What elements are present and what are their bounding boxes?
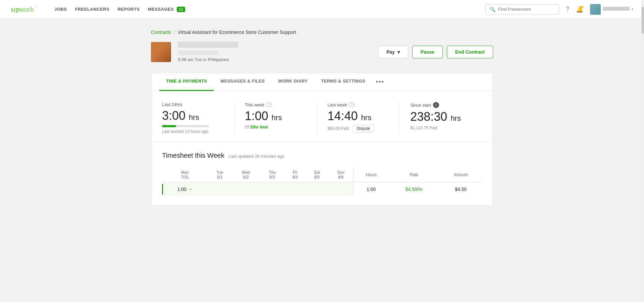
search-box[interactable]: 🔍	[485, 4, 559, 14]
th-wed: Wed 8/2	[232, 167, 260, 183]
notification-dot	[581, 6, 583, 8]
stat-sincestart-label: Since start i	[410, 102, 471, 108]
search-input[interactable]	[498, 7, 555, 12]
nav-links: JOBS FREELANCERS REPORTS MESSAGES 13	[54, 7, 185, 12]
navbar: up work ™ JOBS FREELANCERS REPORTS MESSA…	[0, 0, 644, 19]
main-content: Contracts / Virtual Assistant for Ecomme…	[144, 19, 500, 216]
chevron-down-icon: ▾	[632, 7, 633, 11]
th-fri: Fri 8/4	[284, 167, 306, 183]
nav-messages[interactable]: MESSAGES 13	[148, 7, 185, 12]
stat-lastweek-sub: $66.00 Paid Dispute	[328, 125, 389, 132]
tab-terms-settings[interactable]: TERMS & SETTINGS	[314, 73, 372, 91]
contractor-info: 5:08 am Tue in Philippines	[178, 42, 371, 62]
fri-cell[interactable]	[284, 182, 306, 196]
help-icon[interactable]: ?	[566, 6, 569, 13]
wed-cell[interactable]	[232, 182, 260, 196]
active-day-bar	[162, 184, 163, 195]
end-contract-button[interactable]: End Contract	[447, 46, 493, 58]
info-icon[interactable]: i	[433, 102, 439, 108]
pay-button[interactable]: Pay ▾	[378, 46, 408, 58]
user-nav[interactable]: ▾	[590, 4, 633, 15]
thu-cell[interactable]	[260, 182, 285, 196]
th-thu: Thu 8/3	[260, 167, 285, 183]
tabs-bar: TIME & PAYMENTS MESSAGES & FILES WORK DI…	[151, 73, 493, 91]
contract-actions: Pay ▾ Pause End Contract	[378, 46, 493, 58]
timesheet-title: Timesheet this Week	[162, 152, 224, 159]
question-icon[interactable]: ?	[266, 102, 272, 107]
breadcrumb-current: Virtual Assistant for Ecommerce Store Cu…	[178, 30, 296, 35]
scrollbar-thumb[interactable]	[642, 7, 644, 34]
stat-thisweek-label: This week ?	[245, 102, 306, 107]
day-headers-row: Mon 7/31 Tue 8/1 Wed 8/2 Thu	[162, 167, 482, 183]
svg-text:™: ™	[35, 5, 37, 7]
stats-section: Last 24hrs 3:00 hrs Last worked 13 hours…	[151, 91, 493, 142]
timesheet-section: Timesheet this Week Last updated 26 minu…	[151, 142, 493, 205]
sun-cell[interactable]	[328, 182, 354, 196]
nav-freelancers[interactable]: FREELANCERS	[75, 7, 109, 12]
th-amount: Amount	[439, 167, 482, 183]
contractor-name-blur	[178, 42, 238, 48]
th-mon: Mon 7/31	[162, 167, 208, 183]
search-icon: 🔍	[490, 7, 495, 12]
tabs-more[interactable]: •••	[372, 73, 388, 91]
rate-cell: $4.50/hr	[388, 182, 439, 196]
breadcrumb-contracts-link[interactable]: Contracts	[151, 30, 171, 35]
contractor-timezone: 5:08 am Tue in Philippines	[178, 57, 371, 62]
stat-thisweek-value: 1:00 hrs	[245, 109, 306, 123]
breadcrumb-separator: /	[174, 30, 175, 35]
stat-sincestart-sub: $1,113.75 Paid	[410, 125, 471, 130]
nav-reports[interactable]: REPORTS	[117, 7, 140, 12]
timesheet-header: Timesheet this Week Last updated 26 minu…	[162, 152, 482, 159]
th-sat: Sat 8/5	[306, 167, 328, 183]
scrollbar[interactable]	[641, 0, 644, 216]
th-hours: Hours	[354, 167, 389, 183]
stat-lastweek-value: 14:40 hrs	[328, 109, 389, 123]
stat-last24-value: 3:00 hrs	[162, 109, 223, 122]
chevron-down-icon: ▾	[397, 49, 400, 55]
pencil-icon: ✏	[189, 187, 193, 192]
amount-cell: $4.50	[439, 182, 482, 196]
messages-badge: 13	[177, 7, 185, 12]
stat-sincestart-value: 238:30 hrs	[410, 110, 471, 123]
tab-time-payments[interactable]: TIME & PAYMENTS	[159, 73, 214, 91]
stat-last24-label: Last 24hrs	[162, 102, 223, 107]
tab-messages-files[interactable]: MESSAGES & FILES	[214, 73, 271, 91]
stat-lastweek-label: Last week ?	[328, 102, 389, 107]
mon-cell[interactable]: 1:00 ✏	[162, 182, 208, 196]
pause-button[interactable]: Pause	[412, 46, 443, 58]
stat-last-week: Last week ? 14:40 hrs $66.00 Paid Disput…	[317, 102, 399, 134]
stat-thisweek-sub: Of 25hr limit	[245, 125, 306, 130]
notifications-bell[interactable]: 🔔	[576, 6, 583, 13]
timesheet-table: Mon 7/31 Tue 8/1 Wed 8/2 Thu	[162, 167, 482, 196]
logo[interactable]: up work ™	[11, 5, 41, 14]
avatar	[590, 4, 601, 15]
svg-text:work: work	[19, 5, 34, 13]
tab-work-diary[interactable]: WORK DIARY	[271, 73, 314, 91]
stat-since-start: Since start i 238:30 hrs $1,113.75 Paid	[399, 102, 482, 134]
stat-last24-sub: Last worked 13 hours ago	[162, 129, 223, 134]
timesheet-updated: Last updated 26 minutes ago	[228, 154, 285, 159]
stat-last-24hrs: Last 24hrs 3:00 hrs Last worked 13 hours…	[162, 102, 234, 134]
sat-cell[interactable]	[306, 182, 328, 196]
question-icon-lastweek[interactable]: ?	[349, 102, 355, 107]
nav-jobs[interactable]: JOBS	[54, 7, 67, 12]
mon-time: 1:00	[177, 187, 186, 192]
user-name	[603, 7, 630, 12]
dispute-button[interactable]: Dispute	[353, 125, 374, 132]
hours-cell: 1:00	[354, 182, 389, 196]
breadcrumb: Contracts / Virtual Assistant for Ecomme…	[151, 30, 493, 35]
th-sun: Sun 8/6	[328, 167, 354, 183]
contract-header: 5:08 am Tue in Philippines Pay ▾ Pause E…	[151, 42, 493, 62]
tue-cell[interactable]	[208, 182, 232, 196]
stat-this-week: This week ? 1:00 hrs Of 25hr limit	[234, 102, 317, 134]
table-row: 1:00 ✏ 1:00 $4.50/hr	[162, 182, 482, 196]
avatar	[151, 42, 171, 62]
nav-right: 🔍 ? 🔔 ▾	[485, 4, 633, 15]
svg-text:up: up	[11, 5, 19, 13]
tabs-container: TIME & PAYMENTS MESSAGES & FILES WORK DI…	[151, 73, 493, 206]
th-rate: Rate	[388, 167, 439, 183]
th-tue: Tue 8/1	[208, 167, 232, 183]
contractor-sub-blur	[178, 50, 218, 55]
